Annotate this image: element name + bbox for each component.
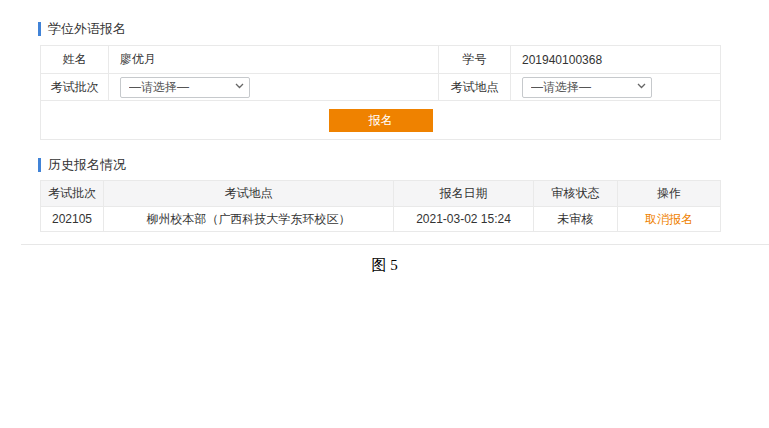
title-accent-bar — [38, 158, 41, 172]
page-divider — [21, 244, 769, 245]
cell-location: 柳州校本部（广西科技大学东环校区） — [104, 207, 394, 232]
registration-form-table: 姓名 廖优月 学号 201940100368 考试批次 —请选择— 考试地点 — [40, 45, 721, 140]
history-section-title-text: 历史报名情况 — [48, 156, 126, 174]
exam-batch-select[interactable]: —请选择— — [120, 77, 250, 98]
history-table: 考试批次 考试地点 报名日期 审核状态 操作 202105 柳州校本部（广西科技… — [40, 180, 721, 232]
registration-section-title: 学位外语报名 — [38, 21, 126, 36]
cancel-registration-link[interactable]: 取消报名 — [645, 212, 693, 226]
name-value: 廖优月 — [109, 46, 439, 74]
cell-status: 未审核 — [534, 207, 618, 232]
exam-location-cell: —请选择— — [511, 74, 721, 101]
exam-batch-select-wrap: —请选择— — [120, 77, 250, 98]
exam-location-select[interactable]: —请选择— — [522, 77, 652, 98]
col-header-status: 审核状态 — [534, 181, 618, 207]
form-row-name-id: 姓名 廖优月 学号 201940100368 — [41, 46, 721, 74]
student-id-value: 201940100368 — [511, 46, 721, 74]
history-section-title: 历史报名情况 — [38, 157, 126, 172]
col-header-batch: 考试批次 — [41, 181, 104, 207]
student-id-label: 学号 — [439, 46, 511, 74]
figure-caption: 图 5 — [0, 256, 769, 275]
form-row-selects: 考试批次 —请选择— 考试地点 —请选择— — [41, 74, 721, 101]
col-header-location: 考试地点 — [104, 181, 394, 207]
page: 学位外语报名 姓名 廖优月 学号 201940100368 考试批次 —请选择— — [0, 0, 769, 428]
exam-location-label: 考试地点 — [439, 74, 511, 101]
title-accent-bar — [38, 22, 41, 36]
col-header-action: 操作 — [618, 181, 721, 207]
form-row-submit: 报名 — [41, 101, 721, 140]
register-button[interactable]: 报名 — [329, 109, 433, 132]
history-table-row: 202105 柳州校本部（广西科技大学东环校区） 2021-03-02 15:2… — [41, 207, 721, 232]
col-header-date: 报名日期 — [394, 181, 534, 207]
name-label: 姓名 — [41, 46, 109, 74]
exam-location-select-wrap: —请选择— — [522, 77, 652, 98]
exam-batch-label: 考试批次 — [41, 74, 109, 101]
exam-batch-cell: —请选择— — [109, 74, 439, 101]
cell-date: 2021-03-02 15:24 — [394, 207, 534, 232]
registration-section-title-text: 学位外语报名 — [48, 20, 126, 38]
history-header-row: 考试批次 考试地点 报名日期 审核状态 操作 — [41, 181, 721, 207]
cell-action: 取消报名 — [618, 207, 721, 232]
submit-cell: 报名 — [41, 101, 721, 140]
cell-batch: 202105 — [41, 207, 104, 232]
